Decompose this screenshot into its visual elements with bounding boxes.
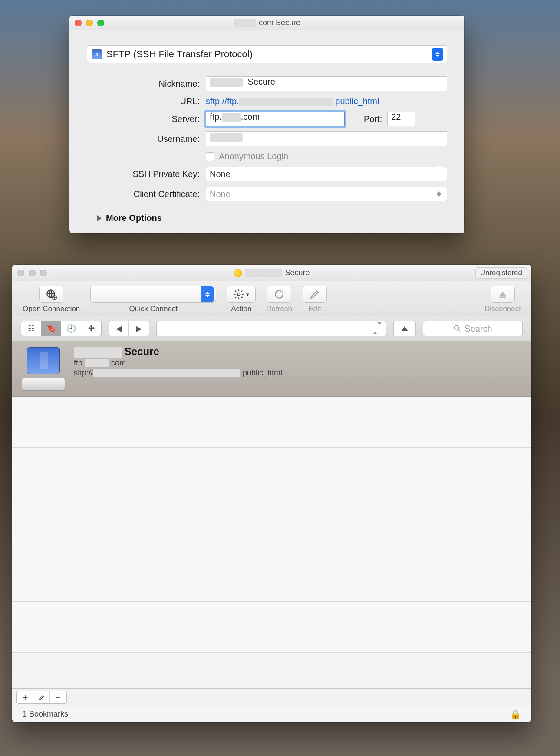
ssh-key-select[interactable]: None: [206, 167, 447, 181]
settings-titlebar[interactable]: com Secure: [69, 16, 464, 30]
zoom-icon[interactable]: [40, 270, 47, 276]
go-up-button[interactable]: [393, 321, 416, 336]
view-segmented-control[interactable]: ☷ 🔖 🕘 ✤: [21, 321, 102, 336]
pencil-icon: [38, 694, 45, 701]
chevron-right-icon: [97, 215, 102, 221]
more-options-toggle[interactable]: More Options: [97, 207, 447, 225]
anonymous-login-checkbox[interactable]: [206, 152, 214, 161]
disconnect-button[interactable]: [491, 286, 515, 303]
bookmark-list: Secure ftp..com sftp:// public_html: [12, 341, 531, 654]
bookmark-title: Secure: [74, 345, 282, 358]
status-text: 1 Bookmarks: [23, 710, 68, 719]
nav-segmented-control[interactable]: ◀ ▶: [109, 321, 149, 336]
client-cert-label: Client Certificate:: [97, 189, 206, 199]
chevron-updown-icon: [432, 48, 443, 61]
unregistered-badge[interactable]: Unregistered: [475, 267, 527, 279]
open-connection-button[interactable]: [39, 286, 63, 303]
list-item: [12, 602, 531, 653]
svg-point-4: [455, 325, 459, 330]
history-view-icon[interactable]: 🕘: [61, 321, 81, 336]
action-label: Action: [231, 305, 251, 313]
refresh-button[interactable]: [267, 286, 291, 303]
eject-icon: [497, 289, 508, 300]
list-item: [12, 397, 531, 448]
list-item: [12, 448, 531, 499]
bookmarks-view-icon[interactable]: 🔖: [41, 321, 61, 336]
secondary-toolbar: ☷ 🔖 🕘 ✤ ◀ ▶ Search: [12, 316, 531, 341]
edit-bookmark-button[interactable]: [33, 691, 50, 703]
url-label: URL:: [97, 96, 206, 106]
nav-forward-icon[interactable]: ▶: [129, 321, 149, 336]
bookmark-host: ftp..com: [74, 358, 282, 368]
edit-button[interactable]: [303, 286, 327, 303]
path-select[interactable]: [156, 321, 386, 336]
chevron-down-icon: [201, 286, 214, 302]
username-input[interactable]: [206, 131, 447, 146]
disk-icon: A: [92, 49, 102, 59]
minimize-icon[interactable]: [29, 270, 36, 276]
client-cert-select: None: [206, 187, 447, 201]
close-icon[interactable]: [17, 270, 24, 276]
zoom-icon[interactable]: [97, 20, 104, 26]
app-icon: [234, 269, 242, 277]
nickname-label: Nickname:: [97, 79, 206, 89]
browser-window-title: Secure: [12, 268, 531, 277]
port-input[interactable]: 22: [387, 112, 415, 126]
bookmark-settings-window: com Secure A SFTP (SSH File Transfer Pro…: [69, 16, 464, 233]
outline-view-icon[interactable]: ☷: [21, 321, 41, 336]
list-item: [12, 550, 531, 602]
browser-titlebar[interactable]: Secure Unregistered: [12, 265, 531, 281]
bonjour-view-icon[interactable]: ✤: [81, 321, 101, 336]
minimize-icon[interactable]: [86, 20, 93, 26]
protocol-select[interactable]: A SFTP (SSH File Transfer Protocol): [87, 45, 447, 63]
close-icon[interactable]: [75, 20, 82, 26]
settings-window-title: com Secure: [69, 18, 464, 27]
svg-rect-3: [499, 296, 506, 298]
gear-icon: [233, 289, 244, 300]
list-item: [12, 499, 531, 550]
svg-point-2: [237, 293, 240, 296]
refresh-label: Refresh: [266, 305, 292, 313]
chevron-updown-icon: [373, 325, 382, 332]
disconnect-label: Disconnect: [484, 305, 521, 313]
add-bookmark-button[interactable]: ＋: [17, 691, 33, 703]
nav-back-icon[interactable]: ◀: [109, 321, 129, 336]
server-label: Server:: [97, 114, 206, 124]
bottom-action-bar: ＋ －: [12, 688, 531, 706]
anonymous-login-label: Anonymous Login: [219, 151, 288, 161]
status-bar: 1 Bookmarks 🔒: [12, 706, 531, 722]
refresh-icon: [273, 289, 285, 300]
search-icon: [453, 325, 461, 332]
chevron-updown-icon: [433, 168, 443, 180]
username-label: Username:: [97, 134, 206, 144]
bookmark-row[interactable]: Secure ftp..com sftp:// public_html: [12, 341, 531, 397]
action-button[interactable]: ▾: [227, 286, 256, 303]
search-input[interactable]: Search: [423, 321, 523, 336]
ssh-key-label: SSH Private Key:: [97, 169, 206, 179]
bookmark-url: sftp:// public_html: [74, 368, 282, 378]
url-link[interactable]: sftp://ftp. public_html: [206, 96, 379, 106]
drive-icon: [22, 347, 65, 391]
port-label: Port:: [345, 114, 387, 124]
quick-connect-label: Quick Connect: [129, 305, 178, 313]
edit-label: Edit: [308, 305, 321, 313]
server-input[interactable]: ftp..com: [206, 112, 345, 126]
globe-plus-icon: [46, 289, 57, 300]
nickname-input[interactable]: Secure: [206, 76, 447, 91]
protocol-value: SFTP (SSH File Transfer Protocol): [106, 49, 253, 60]
quick-connect-combo[interactable]: [90, 286, 216, 303]
browser-window: Secure Unregistered Open Connection Quic…: [12, 265, 531, 722]
remove-bookmark-button[interactable]: －: [50, 691, 66, 703]
lock-icon: 🔒: [510, 709, 521, 720]
main-toolbar: Open Connection Quick Connect ▾ Action R…: [12, 281, 531, 316]
open-connection-label: Open Connection: [23, 305, 80, 313]
pencil-icon: [309, 289, 320, 300]
chevron-updown-icon: [435, 189, 443, 199]
